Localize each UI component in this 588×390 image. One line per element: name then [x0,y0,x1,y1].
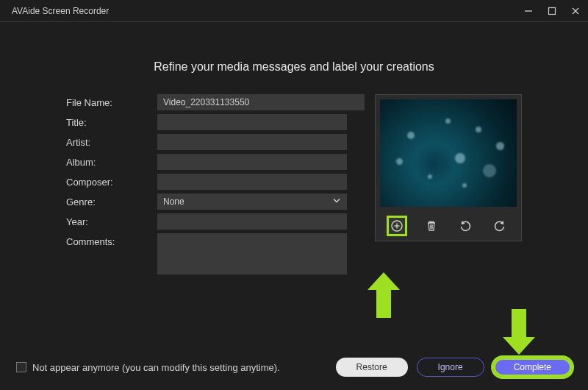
title-row: Title: [66,114,365,130]
preview-column [375,94,522,278]
preview-actions [376,211,521,241]
add-thumbnail-button[interactable] [387,216,407,236]
maximize-button[interactable] [547,6,557,16]
content-area: File Name: Title: Artist: Album: Compose… [0,94,588,278]
filename-input[interactable] [157,94,365,110]
year-input[interactable] [157,213,347,230]
close-button[interactable] [570,6,581,16]
svg-rect-1 [549,7,556,14]
titlebar: AVAide Screen Recorder [0,0,588,22]
comments-input[interactable] [157,233,347,274]
ignore-button[interactable]: Ignore [417,358,484,377]
preview-box [375,94,522,241]
album-input[interactable] [157,154,347,170]
artist-label: Artist: [66,134,157,148]
rotate-cw-button[interactable] [490,216,510,236]
metadata-form: File Name: Title: Artist: Album: Compose… [66,94,365,278]
complete-button[interactable]: Complete [493,358,572,377]
checkbox-icon[interactable] [16,362,26,372]
app-title: AVAide Screen Recorder [12,6,109,16]
composer-label: Composer: [66,174,157,188]
restore-button[interactable]: Restore [336,358,408,377]
minimize-button[interactable] [523,6,534,16]
title-label: Title: [66,114,157,128]
year-label: Year: [66,213,157,227]
composer-input[interactable] [157,174,347,190]
genre-value[interactable] [157,194,347,210]
genre-select[interactable] [157,194,347,210]
album-label: Album: [66,154,157,168]
window-controls [523,6,581,16]
rotate-ccw-button[interactable] [455,216,476,236]
genre-label: Genre: [66,194,157,208]
rotate-cw-icon [493,219,506,233]
trash-icon [425,219,438,233]
artist-input[interactable] [157,134,347,150]
filename-label: File Name: [66,94,157,108]
composer-row: Composer: [66,174,365,190]
annotation-arrow-add [368,272,400,318]
thumbnail-preview [380,99,517,207]
not-appear-label: Not appear anymore (you can modify this … [32,362,280,373]
comments-label: Comments: [66,233,157,247]
footer: Not appear anymore (you can modify this … [0,358,588,377]
artist-row: Artist: [66,134,365,150]
comments-row: Comments: [66,233,365,274]
filename-row: File Name: [66,94,365,110]
year-row: Year: [66,213,365,230]
album-row: Album: [66,154,365,170]
delete-thumbnail-button[interactable] [421,216,442,236]
annotation-arrow-complete [503,309,535,355]
title-input[interactable] [157,114,347,130]
not-appear-checkbox-wrap[interactable]: Not appear anymore (you can modify this … [16,362,280,373]
footer-buttons: Restore Ignore Complete [336,358,572,377]
rotate-ccw-icon [459,219,472,233]
page-heading: Refine your media messages and label you… [0,60,588,74]
plus-circle-icon [390,219,404,233]
genre-row: Genre: [66,194,365,210]
